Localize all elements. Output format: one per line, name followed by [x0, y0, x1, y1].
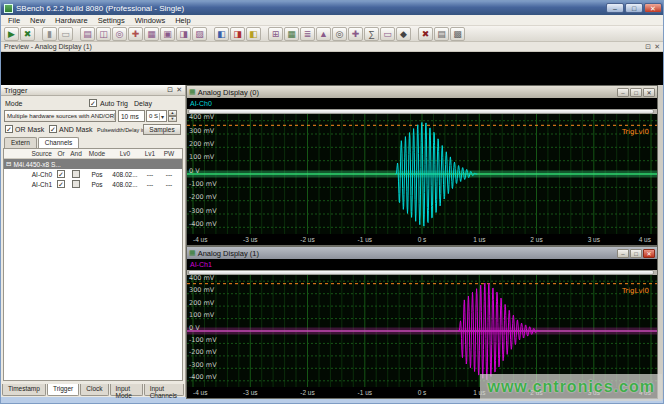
cursor-icon[interactable]: ✚	[348, 27, 363, 41]
child-close-button[interactable]: ✕	[643, 88, 655, 97]
menu-help[interactable]: Help	[171, 16, 194, 25]
minimize-button[interactable]: –	[606, 3, 624, 13]
snapshot-icon[interactable]: ◆	[396, 27, 411, 41]
single-shot-icon[interactable]: ▭	[58, 27, 73, 41]
input-mode-icon[interactable]: ◫	[96, 27, 111, 41]
child-title-bar[interactable]: ▦ Analog Display (1) – □ ✕	[187, 247, 657, 259]
child-minimize-button[interactable]: –	[617, 88, 629, 97]
child-title-bar[interactable]: ▦ Analog Display (0) – □ ✕	[187, 86, 657, 98]
svg-text:-100 mV: -100 mV	[189, 180, 217, 188]
child-maximize-button[interactable]: □	[630, 88, 642, 97]
or-checkbox[interactable]: ✓	[57, 180, 65, 188]
menu-file[interactable]: File	[4, 16, 24, 25]
tab-channels[interactable]: Channels	[38, 137, 79, 148]
analog-display-icon[interactable]: ▦	[284, 27, 299, 41]
memory-settings-icon[interactable]: ▣	[160, 27, 175, 41]
bottom-tab-input-mode[interactable]: Input Mode	[110, 384, 143, 396]
analog-display-0-window: ▦ Analog Display (0) – □ ✕ AI-Ch0 TrigLv…	[186, 85, 658, 246]
x-axis: -4 us-3 us-2 us-1 us0 s1 us2 us3 us4 us	[187, 234, 657, 245]
close-panel-icon[interactable]: ✕	[176, 86, 182, 94]
x-axis-label: 1 us	[473, 236, 485, 243]
title-bar[interactable]: SBench 6.2.2 build 8080 (Professional - …	[1, 1, 664, 15]
cascade-windows-icon[interactable]: ▤	[434, 27, 449, 41]
menu-hardware[interactable]: Hardware	[51, 16, 92, 25]
display-icon: ▦	[189, 249, 196, 257]
start-acquisition-icon[interactable]: ▶	[4, 27, 19, 41]
digital-display-icon[interactable]: ≣	[300, 27, 315, 41]
trigger-panel-header[interactable]: Trigger ⊡ ✕	[1, 85, 185, 96]
export-data-icon[interactable]: ◨	[230, 27, 245, 41]
device-group-row[interactable]: ⊟M4i.4450-x8 S...	[4, 159, 182, 169]
child-minimize-button[interactable]: –	[617, 249, 629, 258]
zoom-icon[interactable]: ◎	[332, 27, 347, 41]
bottom-tab-input-channels[interactable]: Input Channels	[144, 384, 184, 396]
or-checkbox[interactable]: ✓	[57, 170, 65, 178]
pause-icon[interactable]: ▮	[42, 27, 57, 41]
stop-acquisition-icon[interactable]: ✖	[20, 27, 35, 41]
close-button[interactable]: ✕	[644, 3, 662, 13]
x-axis-label: -1 us	[358, 389, 372, 396]
cell-lv0: 408.02...	[110, 181, 140, 188]
or-mask-label: OR Mask	[15, 126, 44, 133]
trigger-settings-icon[interactable]: ✚	[128, 27, 143, 41]
delete-icon[interactable]: ✖	[418, 27, 433, 41]
channel-label: AI-Ch1	[190, 261, 212, 268]
waveform-plot[interactable]: TrigLvl0400 mV300 mV200 mV100 mV0 V-100 …	[187, 275, 657, 387]
bottom-tab-clock[interactable]: Clock	[80, 384, 108, 396]
maximize-button[interactable]: □	[625, 3, 643, 13]
tab-extern[interactable]: Extern	[4, 137, 37, 148]
table-row[interactable]: AI-Ch0✓Pos408.02...------	[4, 169, 182, 179]
trigger-source-tabs: ExternChannels	[4, 137, 80, 148]
watermark: www.cntronics.com	[480, 374, 662, 401]
svg-text:200 mV: 200 mV	[189, 140, 215, 148]
svg-text:TrigLvl0: TrigLvl0	[621, 287, 649, 295]
delay-spinner[interactable]: ▴ ▾	[168, 110, 177, 122]
bottom-tab-trigger[interactable]: Trigger	[47, 384, 79, 396]
calculation-icon[interactable]: ∑	[364, 27, 379, 41]
preview-area[interactable]	[1, 52, 664, 85]
and-checkbox[interactable]	[72, 170, 80, 178]
spectrum-display-icon[interactable]: ▲	[316, 27, 331, 41]
channel-bar: AI-Ch0	[187, 98, 657, 109]
auto-trig-checkbox[interactable]: ✓	[89, 99, 97, 107]
delay-field[interactable]: 0 S ▾	[146, 110, 167, 122]
menu-bar: FileNewHardwareSettingsWindowsHelp	[1, 15, 664, 26]
auto-trig-timeout-field[interactable]: 10 ms	[118, 110, 145, 122]
child-close-button[interactable]: ✕	[643, 249, 655, 258]
spin-down-icon[interactable]: ▾	[168, 116, 177, 122]
option-settings-icon[interactable]: ▨	[192, 27, 207, 41]
svg-text:-100 mV: -100 mV	[189, 336, 217, 344]
and-checkbox[interactable]	[72, 180, 80, 188]
channel-settings-icon[interactable]: ▦	[144, 27, 159, 41]
float-panel-icon[interactable]: ⊡	[167, 86, 173, 94]
trigger-channels-table: SourceOrAndModeLv0Lv1PW⊟M4i.4450-x8 S...…	[3, 148, 183, 381]
import-data-icon[interactable]: ◧	[246, 27, 261, 41]
or-mask-checkbox[interactable]: ✓	[5, 125, 13, 133]
x-axis-label: -3 us	[243, 236, 257, 243]
svg-text:-300 mV: -300 mV	[189, 207, 217, 215]
menu-windows[interactable]: Windows	[131, 16, 169, 25]
waveform-plot[interactable]: TrigLvl0400 mV300 mV200 mV100 mV0 V-100 …	[187, 114, 657, 234]
menu-new[interactable]: New	[26, 16, 49, 25]
child-maximize-button[interactable]: □	[630, 249, 642, 258]
samples-button[interactable]: Samples	[143, 124, 181, 135]
save-data-icon[interactable]: ◧	[214, 27, 229, 41]
new-display-icon[interactable]: ⊞	[268, 27, 283, 41]
note-icon[interactable]: ▭	[380, 27, 395, 41]
collapse-icon[interactable]: ⊟	[6, 160, 11, 168]
and-mask-checkbox[interactable]: ✓	[49, 125, 57, 133]
table-row[interactable]: AI-Ch1✓Pos408.02...------	[4, 179, 182, 189]
menu-settings[interactable]: Settings	[94, 16, 129, 25]
tile-windows-icon[interactable]: ▩	[450, 27, 465, 41]
svg-text:-200 mV: -200 mV	[189, 348, 217, 356]
float-preview-icon[interactable]: ⊡	[645, 43, 651, 51]
trigger-mode-select[interactable]: Multiple hardware sources with AND/OR ▾	[4, 110, 116, 122]
close-preview-icon[interactable]: ✕	[654, 43, 660, 51]
svg-text:0 V: 0 V	[189, 324, 200, 332]
card-settings-icon[interactable]: ▤	[80, 27, 95, 41]
clock-settings-icon[interactable]: ◎	[112, 27, 127, 41]
bottom-tab-timestamp[interactable]: Timestamp	[2, 384, 46, 396]
io-settings-icon[interactable]: ◨	[176, 27, 191, 41]
display-icon: ▦	[189, 88, 196, 96]
x-axis-label: -4 us	[193, 236, 207, 243]
